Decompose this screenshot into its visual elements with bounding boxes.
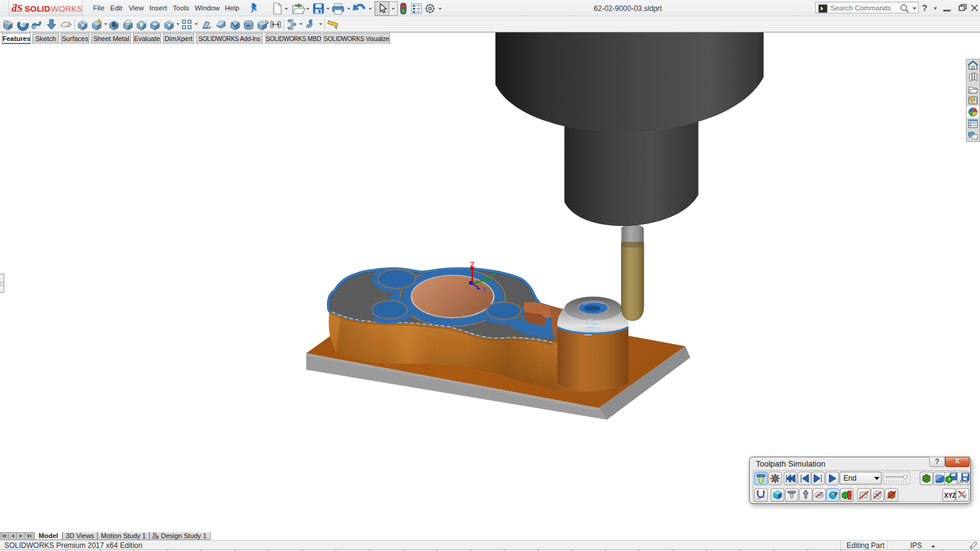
- svg-text:db: db: [246, 24, 251, 28]
- svg-text:Y: Y: [491, 270, 497, 279]
- svg-text:X: X: [481, 285, 487, 294]
- svg-text:JPG: JPG: [959, 479, 968, 484]
- svg-text:WORKS: WORKS: [51, 4, 82, 13]
- svg-text:ƌS: ƌS: [12, 2, 23, 14]
- svg-text:End: End: [843, 474, 856, 482]
- svg-text:SIM: SIM: [816, 493, 823, 497]
- svg-text:Z: Z: [470, 260, 475, 269]
- svg-text:SOLID: SOLID: [24, 4, 50, 13]
- svg-text:XYZ: XYZ: [944, 492, 956, 499]
